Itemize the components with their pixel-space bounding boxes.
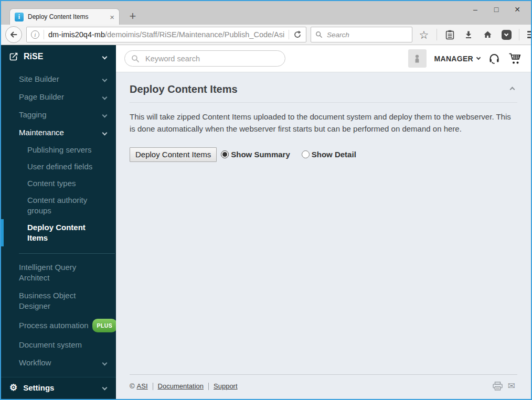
page-title: Deploy Content Items	[130, 83, 238, 95]
user-label: MANAGER	[434, 55, 473, 63]
chevron-down-icon	[102, 95, 108, 100]
cart-button[interactable]	[508, 52, 523, 65]
pocket-icon	[502, 30, 512, 40]
gear-icon: ⚙	[9, 383, 17, 392]
sidebar-item-page-builder[interactable]: Page Builder	[1, 88, 116, 106]
home-button[interactable]	[480, 27, 495, 42]
bookmark-star-button[interactable]: ☆	[417, 27, 431, 42]
deploy-content-items-button[interactable]: Deploy Content Items	[130, 147, 217, 162]
search-icon	[131, 55, 140, 63]
footer-link-support[interactable]: Support	[214, 382, 238, 390]
radio-show-summary-input[interactable]	[221, 150, 229, 158]
back-arrow-icon	[9, 30, 18, 39]
sidebar-item-content-authority-groups[interactable]: Content authority groups	[1, 192, 116, 219]
keyword-search-input[interactable]	[144, 54, 279, 63]
bookmarks-menu-button[interactable]	[442, 27, 457, 42]
page-content: Deploy Content Items This will take zipp…	[116, 72, 531, 399]
keyword-search-box[interactable]	[124, 50, 285, 67]
headset-icon	[488, 52, 501, 65]
maximize-button[interactable]: □	[486, 3, 507, 16]
search-icon	[315, 31, 323, 38]
home-icon	[483, 30, 492, 39]
sidebar-item-user-defined-fields[interactable]: User defined fields	[1, 158, 116, 175]
chevron-down-icon	[102, 113, 108, 118]
sidebar-item-settings[interactable]: ⚙ Settings	[1, 377, 116, 399]
sidebar-item-publishing-servers[interactable]: Publishing servers	[1, 142, 116, 158]
radio-show-summary-label: Show Summary	[231, 150, 290, 159]
toolbar-separator	[519, 29, 519, 40]
imis-favicon-icon: i	[15, 13, 24, 21]
browser-search-input[interactable]	[326, 30, 408, 39]
cart-icon	[508, 52, 523, 65]
sidebar-nav: Site Builder Page Builder Tagging Mainte…	[1, 68, 116, 377]
settings-label: Settings	[23, 383, 54, 392]
chevron-down-icon	[102, 77, 108, 82]
browser-tab[interactable]: i Deploy Content Items ×	[9, 8, 120, 25]
radio-show-summary[interactable]: Show Summary	[221, 150, 290, 159]
navigation-toolbar: i dm-imis20q4-mb/demoimis/Staff/RiSE/Mai…	[1, 25, 531, 45]
hamburger-icon	[527, 31, 532, 38]
print-button[interactable]	[493, 382, 503, 391]
chevron-down-icon	[102, 131, 108, 136]
toolbar-separator	[437, 29, 437, 40]
email-button[interactable]: ✉	[508, 382, 515, 391]
tab-title: Deploy Content Items	[28, 13, 105, 20]
radio-show-detail[interactable]: Show Detail	[302, 150, 356, 159]
sidebar-item-deploy-content-items[interactable]: Deploy Content Items	[1, 219, 116, 246]
chevron-down-icon	[102, 385, 108, 391]
close-button[interactable]: ✕	[507, 3, 528, 16]
url-bar[interactable]: i dm-imis20q4-mb/demoimis/Staff/RiSE/Mai…	[26, 27, 306, 42]
person-icon	[411, 52, 423, 65]
sidebar-item-process-automation[interactable]: Process automationPLUS	[1, 315, 116, 336]
sidebar-item-content-types[interactable]: Content types	[1, 175, 116, 192]
user-menu[interactable]: MANAGER	[434, 55, 480, 63]
footer-separator	[208, 383, 209, 390]
reload-icon	[293, 30, 302, 39]
browser-search-box[interactable]	[311, 27, 412, 42]
star-icon: ☆	[419, 29, 429, 40]
sidebar-item-business-object-designer[interactable]: Business Object Designer	[1, 287, 116, 315]
back-button[interactable]	[5, 26, 22, 43]
tab-close-icon[interactable]: ×	[110, 13, 114, 21]
plus-badge: PLUS	[92, 319, 116, 332]
page-title-row: Deploy Content Items	[130, 72, 517, 103]
app-header: MANAGER	[116, 45, 531, 72]
footer-link-documentation[interactable]: Documentation	[158, 382, 204, 390]
sidebar-header-label: RiSE	[24, 52, 43, 61]
menu-button[interactable]	[525, 27, 532, 42]
copyright-symbol: ©	[130, 382, 135, 390]
chevron-down-icon	[102, 54, 108, 59]
avatar	[408, 49, 427, 68]
new-tab-button[interactable]: +	[126, 9, 140, 23]
collapse-chevron-up-icon[interactable]	[510, 87, 515, 92]
support-button[interactable]	[488, 52, 501, 65]
url-path: /demoimis/Staff/RiSE/Maintenance/Publish…	[105, 30, 284, 39]
sidebar-item-site-builder[interactable]: Site Builder	[1, 70, 116, 88]
urlbar-separator	[44, 30, 44, 39]
clipboard-icon	[445, 30, 454, 40]
minimize-button[interactable]: –	[465, 3, 486, 16]
pocket-button[interactable]	[499, 27, 514, 42]
app-area: RiSE Site Builder Page Builder Tagging M…	[1, 45, 531, 399]
url-text: dm-imis20q4-mb/demoimis/Staff/RiSE/Maint…	[48, 30, 284, 39]
downloads-button[interactable]	[461, 27, 476, 42]
sidebar-item-maintenance[interactable]: Maintenance	[1, 124, 116, 142]
deploy-controls: Deploy Content Items Show Summary Show D…	[130, 147, 517, 162]
radio-show-detail-label: Show Detail	[312, 150, 356, 159]
main-area: MANAGER	[116, 45, 531, 399]
sidebar-item-tagging[interactable]: Tagging	[1, 106, 116, 124]
sidebar-item-intelligent-query-architect[interactable]: Intelligent Query Architect	[1, 258, 116, 287]
footer-separator	[153, 383, 153, 390]
reload-button[interactable]	[293, 30, 302, 39]
sidebar-header-rise[interactable]: RiSE	[1, 45, 116, 68]
page-footer: © ASI Documentation Support	[130, 374, 517, 399]
urlbar-separator	[289, 30, 289, 39]
radio-show-detail-input[interactable]	[302, 150, 310, 158]
titlebar: i Deploy Content Items × + – □ ✕	[1, 1, 531, 25]
sidebar-item-workflow[interactable]: Workflow	[1, 354, 116, 372]
footer-link-asi[interactable]: ASI	[137, 382, 148, 390]
site-info-icon[interactable]: i	[31, 30, 39, 39]
sidebar-item-document-system[interactable]: Document system	[1, 336, 116, 354]
chevron-down-icon	[476, 56, 481, 60]
sidebar-item-task-viewer[interactable]: Task viewer	[1, 372, 116, 377]
